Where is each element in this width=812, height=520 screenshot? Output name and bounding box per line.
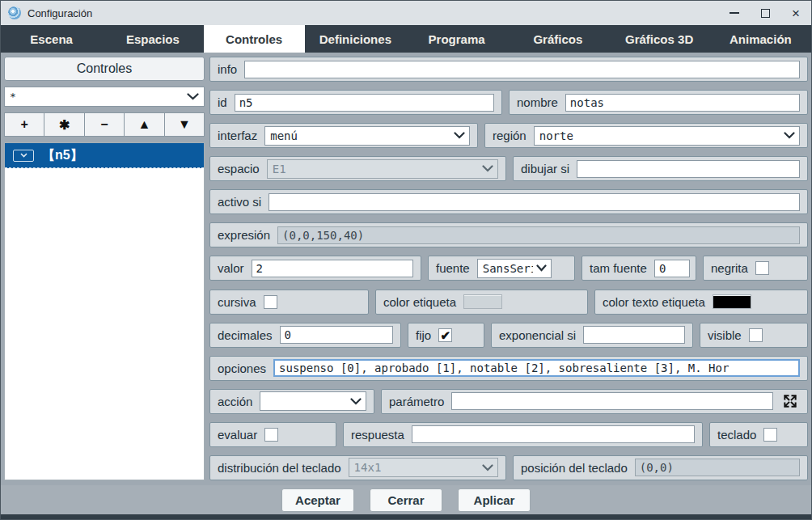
row-expresion: expresión — [209, 222, 808, 247]
row-decimales: decimales fijo ✔ exponencial si visible — [209, 323, 808, 348]
dibujar-si-input[interactable] — [577, 160, 800, 178]
chevron-down-icon — [350, 398, 362, 405]
region-select[interactable]: norte — [534, 126, 800, 146]
fuente-select[interactable]: SansSeri — [477, 259, 552, 278]
distribucion-teclado-select: 14x1 — [349, 458, 498, 477]
field-evaluar: evaluar — [209, 422, 336, 447]
chevron-down-icon — [454, 132, 465, 139]
filter-value: * — [10, 91, 187, 103]
region-value: norte — [539, 129, 780, 142]
cerrar-button[interactable]: Cerrar — [370, 488, 442, 512]
expresion-input — [277, 226, 800, 244]
app-logo-icon — [8, 6, 21, 19]
negrita-checkbox[interactable] — [755, 261, 769, 275]
field-dibujar-si: dibujar si — [513, 156, 808, 181]
color-etiqueta-swatch[interactable] — [463, 294, 502, 309]
close-button[interactable]: × — [780, 1, 811, 25]
interfaz-value: menú — [270, 129, 450, 142]
tab-controles[interactable]: Controles — [204, 25, 305, 53]
title-bar: Configuración × — [1, 1, 811, 25]
menu-control-icon — [13, 150, 34, 162]
accion-select[interactable] — [260, 391, 366, 411]
tab-animacion[interactable]: Animación — [710, 25, 811, 53]
row-teclado-config: distribución del teclado 14x1 posición d… — [209, 455, 808, 480]
field-visible: visible — [700, 323, 808, 348]
field-fijo: fijo ✔ — [408, 323, 484, 348]
controls-filter-select[interactable]: * — [4, 87, 205, 107]
info-input[interactable] — [244, 61, 800, 78]
controls-toolbar: + ✱ − ▲ ▼ — [4, 112, 205, 137]
tab-graficos-3d[interactable]: Gráficos 3D — [609, 25, 710, 53]
move-up-button[interactable]: ▲ — [124, 112, 164, 137]
minimize-button[interactable] — [719, 1, 750, 25]
maximize-icon — [761, 9, 770, 18]
field-espacio: espacio E1 — [209, 156, 506, 181]
activo-si-label: activo si — [218, 195, 261, 209]
list-item-n5[interactable]: 【n5】 — [5, 143, 204, 168]
cursiva-checkbox[interactable] — [264, 295, 277, 309]
aceptar-button[interactable]: Aceptar — [281, 488, 354, 512]
exponencial-si-label: exponencial si — [499, 328, 576, 342]
parametro-input[interactable] — [451, 392, 773, 410]
fijo-checkbox[interactable]: ✔ — [438, 328, 452, 342]
duplicate-control-button[interactable]: ✱ — [44, 112, 84, 137]
id-input[interactable] — [235, 94, 494, 112]
decimales-label: decimales — [218, 328, 273, 342]
window-title: Configuración — [27, 7, 92, 19]
negrita-label: negrita — [711, 261, 748, 275]
opciones-label: opciones — [218, 361, 266, 375]
cursiva-label: cursiva — [218, 295, 256, 309]
tam-fuente-input[interactable] — [654, 260, 690, 277]
field-nombre: nombre — [509, 90, 808, 115]
add-control-button[interactable]: + — [4, 112, 44, 137]
exponencial-si-input[interactable] — [583, 326, 685, 344]
field-opciones: opciones — [209, 356, 808, 381]
field-teclado: teclado — [709, 422, 808, 447]
field-accion: acción — [209, 389, 374, 414]
tab-programa[interactable]: Programa — [406, 25, 507, 53]
remove-control-button[interactable]: − — [84, 112, 125, 137]
row-valor-fuente: valor fuente SansSeri tam fuente negrita — [209, 256, 808, 281]
field-respuesta: respuesta — [343, 422, 703, 447]
interfaz-select[interactable]: menú — [264, 126, 470, 146]
valor-input[interactable] — [252, 260, 413, 277]
close-icon: × — [792, 6, 800, 20]
tab-graficos[interactable]: Gráficos — [507, 25, 608, 53]
accion-label: acción — [218, 395, 252, 408]
respuesta-label: respuesta — [351, 428, 404, 442]
main-content: Controles * + ✱ − ▲ ▼ 【n5】 — [1, 53, 811, 485]
aplicar-button[interactable]: Aplicar — [458, 488, 531, 512]
tab-definiciones[interactable]: Definiciones — [305, 25, 406, 53]
activo-si-input[interactable] — [269, 193, 800, 211]
field-tam-fuente: tam fuente — [582, 256, 696, 281]
decimales-input[interactable] — [280, 326, 393, 344]
field-info: info — [209, 57, 808, 82]
expand-editor-button[interactable] — [780, 391, 800, 411]
color-texto-etiqueta-swatch[interactable] — [713, 294, 751, 309]
row-info: info — [209, 57, 808, 82]
respuesta-input[interactable] — [412, 425, 695, 443]
dibujar-si-label: dibujar si — [521, 162, 569, 175]
distribucion-teclado-value: 14x1 — [354, 461, 479, 474]
interfaz-label: interfaz — [218, 129, 257, 142]
field-region: región norte — [484, 123, 808, 148]
controls-panel-header: Controles — [4, 57, 205, 81]
tab-escena[interactable]: Escena — [1, 25, 102, 53]
field-id: id — [209, 90, 502, 115]
visible-checkbox[interactable] — [749, 328, 763, 342]
parametro-label: parámetro — [389, 395, 444, 408]
field-color-etiqueta: color etiqueta — [375, 290, 588, 315]
espacio-value: E1 — [273, 163, 479, 175]
tab-espacios[interactable]: Espacios — [102, 25, 203, 53]
teclado-checkbox[interactable] — [763, 428, 777, 442]
opciones-input[interactable] — [273, 359, 800, 377]
maximize-button[interactable] — [750, 1, 780, 25]
row-opciones: opciones — [209, 356, 808, 381]
espacio-select: E1 — [267, 159, 498, 179]
distribucion-teclado-label: distribución del teclado — [218, 461, 341, 475]
evaluar-checkbox[interactable] — [264, 428, 278, 442]
field-color-texto-etiqueta: color texto etiqueta — [594, 290, 808, 315]
controls-list: 【n5】 — [4, 142, 205, 480]
nombre-input[interactable] — [565, 94, 800, 112]
move-down-button[interactable]: ▼ — [164, 112, 205, 137]
